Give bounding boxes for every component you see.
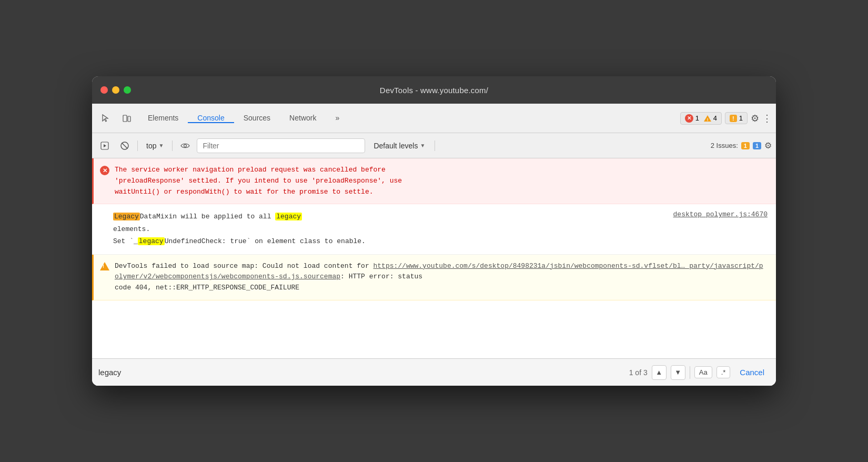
error-count: 1 (695, 114, 699, 122)
tab-elements[interactable]: Elements (138, 114, 188, 123)
regex-button[interactable]: .* (716, 366, 731, 378)
warning-message-text: DevTools failed to load source map: Coul… (115, 261, 763, 294)
console-messages: ✕ The service worker navigation preload … (92, 158, 776, 358)
default-levels-label: Default levels (374, 142, 418, 150)
cursor-icon (101, 114, 110, 123)
search-input[interactable] (98, 365, 625, 380)
console-settings-icon[interactable]: ⚙ (764, 140, 772, 150)
issues-chat-badge[interactable]: 1 (753, 142, 761, 149)
svg-rect-1 (128, 116, 130, 122)
devtools-window: DevTools - www.youtube.com/ (92, 76, 776, 386)
info-message: LegacyDataMixin will be applied to all l… (92, 204, 776, 254)
error-message: ✕ The service worker navigation preload … (92, 158, 776, 204)
issue-badge-group[interactable]: ! 1 (725, 112, 748, 124)
toolbar-separator-2 (172, 140, 173, 151)
title-bar: DevTools - www.youtube.com/ (92, 76, 776, 104)
cancel-button[interactable]: Cancel (734, 366, 770, 378)
tab-bar: Elements Console Sources Network » (92, 104, 776, 133)
execute-icon (100, 142, 109, 150)
search-next-button[interactable]: ▼ (671, 365, 685, 380)
svg-marker-5 (104, 144, 106, 147)
error-message-text: The service worker navigation preload re… (115, 165, 402, 197)
warning-triangle-icon: ! (703, 115, 712, 122)
search-separator (690, 366, 690, 379)
execute-button[interactable] (96, 137, 113, 154)
tab-bar-right: ✕ 1 ! 4 ! 1 ⚙ (680, 104, 772, 133)
close-button[interactable] (100, 86, 108, 94)
issues-toolbar: 2 Issues: 1 1 (711, 142, 761, 149)
error-message-icon: ✕ (100, 166, 109, 175)
issues-exclaim-badge[interactable]: 1 (741, 142, 750, 149)
traffic-lights (100, 86, 131, 94)
eye-icon (180, 142, 190, 149)
context-selector-button[interactable]: top ▼ (142, 139, 168, 152)
info-message-row: LegacyDataMixin will be applied to all l… (113, 210, 768, 247)
device-toolbar-button[interactable] (117, 109, 136, 128)
search-prev-button[interactable]: ▲ (652, 365, 667, 380)
search-count: 1 of 3 (629, 368, 648, 377)
warn-count: 4 (713, 114, 717, 122)
filter-input[interactable] (197, 138, 365, 153)
warning-message: DevTools failed to load source map: Coul… (92, 255, 776, 300)
svg-rect-0 (123, 115, 127, 122)
tab-more[interactable]: » (326, 114, 349, 123)
warning-message-icon (100, 262, 109, 270)
search-bar: 1 of 3 ▲ ▼ Aa .* Cancel (92, 358, 776, 386)
context-label: top (146, 142, 156, 150)
error-badge-group[interactable]: ✕ 1 ! 4 (680, 112, 722, 125)
error-icon: ✕ (685, 114, 693, 123)
info-message-text: LegacyDataMixin will be applied to all l… (113, 210, 366, 247)
more-options-icon[interactable]: ⋮ (762, 113, 772, 124)
chevron-down-icon: ▼ (158, 143, 164, 148)
minimize-button[interactable] (112, 86, 119, 94)
levels-chevron-icon: ▼ (420, 143, 425, 148)
settings-icon[interactable]: ⚙ (751, 113, 759, 124)
source-link[interactable]: desktop_polymer.js:4670 (673, 210, 768, 218)
svg-point-8 (184, 144, 187, 147)
inspect-element-button[interactable] (96, 109, 115, 128)
ban-icon (120, 141, 129, 150)
default-levels-button[interactable]: Default levels ▼ (368, 139, 430, 152)
mobile-icon (122, 114, 132, 123)
warn-badge-wrap: ! 4 (703, 114, 717, 122)
tab-sources[interactable]: Sources (234, 114, 280, 123)
tab-network[interactable]: Network (280, 114, 326, 123)
legacy-highlight-3: legacy (138, 237, 165, 245)
issue-exclaim-badge: ! (730, 115, 737, 122)
case-sensitive-button[interactable]: Aa (694, 366, 712, 378)
svg-line-7 (122, 143, 128, 148)
window-title: DevTools - www.youtube.com/ (380, 86, 488, 95)
svg-text:!: ! (707, 117, 709, 122)
legacy-highlight-1: Legacy (113, 213, 140, 220)
warning-source-link[interactable]: https://www.youtube.com/s/desktop/849823… (115, 262, 763, 281)
console-toolbar: top ▼ Default levels ▼ 2 Issues: 1 1 (92, 133, 776, 158)
issues-label: 2 Issues: (711, 142, 738, 149)
toolbar-separator-3 (435, 140, 435, 151)
tab-bar-left: Elements Console Sources Network » (96, 104, 349, 133)
legacy-highlight-2: legacy (275, 213, 302, 220)
maximize-button[interactable] (124, 86, 131, 94)
devtools-panel: Elements Console Sources Network » (92, 104, 776, 386)
toolbar-separator-1 (137, 140, 138, 151)
issue-count: 1 (739, 114, 743, 122)
eye-button[interactable] (177, 137, 194, 154)
tab-console[interactable]: Console (188, 114, 234, 123)
clear-console-button[interactable] (116, 137, 133, 154)
tabs-container: Elements Console Sources Network » (138, 114, 349, 123)
